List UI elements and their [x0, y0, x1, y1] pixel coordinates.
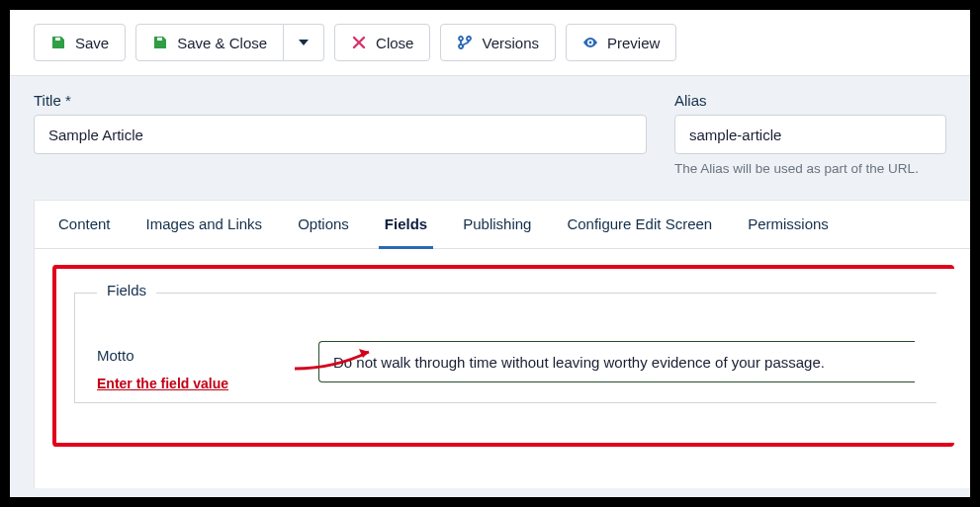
preview-label: Preview: [607, 35, 660, 51]
alias-label: Alias: [674, 92, 946, 109]
tab-permissions[interactable]: Permissions: [742, 202, 835, 249]
versions-button[interactable]: Versions: [440, 24, 556, 61]
tab-options[interactable]: Options: [292, 202, 355, 249]
tab-edit-screen[interactable]: Configure Edit Screen: [561, 202, 718, 249]
save-close-dropdown[interactable]: [284, 24, 324, 61]
annotation-highlight: Fields Motto Enter the field value: [52, 265, 954, 447]
title-label: Title *: [34, 92, 647, 109]
close-icon: [351, 35, 367, 50]
save-icon: [50, 35, 66, 50]
save-close-group: Save & Close: [135, 24, 324, 61]
tab-content[interactable]: Content: [52, 202, 117, 249]
tab-fields[interactable]: Fields: [379, 202, 433, 249]
versions-label: Versions: [482, 35, 539, 51]
alias-hint: The Alias will be used as part of the UR…: [674, 161, 946, 176]
motto-label: Motto: [97, 347, 285, 364]
close-button[interactable]: Close: [334, 24, 430, 61]
preview-button[interactable]: Preview: [566, 24, 676, 61]
tab-body: Fields Motto Enter the field value: [35, 249, 970, 488]
eye-icon: [582, 35, 598, 50]
save-button[interactable]: Save: [34, 24, 126, 61]
tab-publishing[interactable]: Publishing: [457, 202, 537, 249]
chevron-down-icon: [296, 35, 312, 50]
annotation-text: Enter the field value: [97, 376, 228, 391]
save-close-label: Save & Close: [177, 35, 267, 51]
toolbar: Save Save & Close: [10, 10, 970, 76]
save-icon: [152, 35, 168, 50]
title-input[interactable]: [34, 115, 647, 154]
branch-icon: [457, 35, 473, 50]
title-alias-row: Title * Alias The Alias will be used as …: [10, 76, 970, 184]
tab-images-links[interactable]: Images and Links: [140, 202, 269, 249]
save-close-button[interactable]: Save & Close: [135, 24, 284, 61]
svg-point-3: [589, 42, 592, 44]
close-label: Close: [376, 35, 413, 51]
fields-fieldset: Fields Motto Enter the field value: [74, 293, 936, 403]
fields-legend: Fields: [97, 282, 156, 298]
tab-list: Content Images and Links Options Fields …: [35, 201, 970, 249]
motto-input[interactable]: [318, 341, 915, 382]
alias-input[interactable]: [674, 115, 946, 154]
save-label: Save: [75, 35, 109, 51]
tabs-panel: Content Images and Links Options Fields …: [34, 200, 970, 488]
